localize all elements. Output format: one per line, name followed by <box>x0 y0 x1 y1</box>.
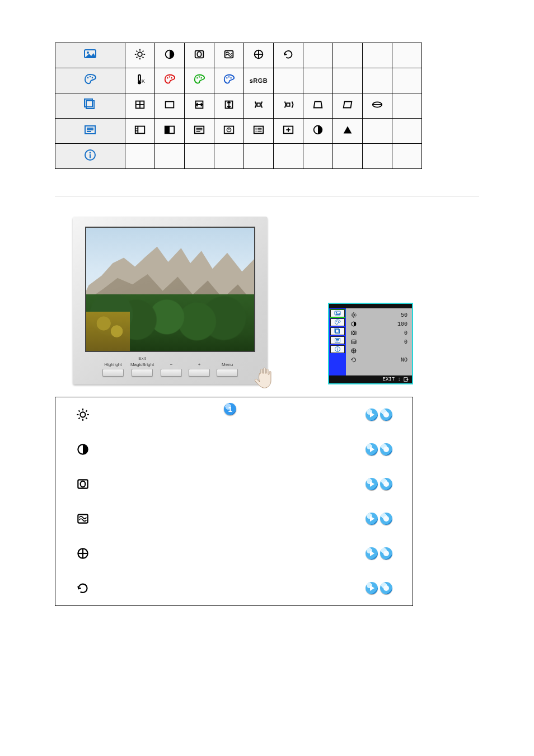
record-button[interactable] <box>380 408 392 421</box>
language-icon <box>125 119 155 144</box>
divider <box>55 196 479 196</box>
palette-red-icon <box>155 68 185 93</box>
osd-exit-label: EXIT : <box>383 377 401 382</box>
exit-magicbright-button[interactable]: Exit MagicBright <box>130 356 154 377</box>
triangle-icon <box>333 119 363 144</box>
osd-list-icon <box>185 119 214 144</box>
color-temp-icon <box>125 68 155 93</box>
v-position-icon <box>214 93 244 119</box>
monitor-button-row: Highlight Exit MagicBright − + <box>73 356 268 377</box>
record-button[interactable] <box>380 547 392 560</box>
play-button[interactable] <box>366 547 378 560</box>
h-center-icon <box>185 93 214 119</box>
play-button[interactable] <box>366 408 378 421</box>
play-button[interactable] <box>366 582 378 594</box>
record-button[interactable] <box>380 478 392 490</box>
minus-button[interactable]: − <box>161 356 182 377</box>
info-icon <box>330 345 345 353</box>
recall-icon <box>76 581 90 595</box>
picture-main-icon <box>330 309 345 317</box>
h-position-icon <box>125 93 155 119</box>
osd-main-icon <box>330 336 345 344</box>
menu-button[interactable]: Menu <box>217 356 238 377</box>
osd-value: 0 <box>404 330 407 336</box>
crosshair-icon <box>244 43 274 68</box>
osd-category-table: sRGB <box>55 43 422 169</box>
degauss-icon <box>185 43 214 68</box>
geometry-main-icon <box>55 93 125 119</box>
moire-icon <box>214 43 244 68</box>
brightness-sun-icon <box>76 407 90 422</box>
play-button[interactable] <box>366 478 378 490</box>
pinbalance-icon <box>274 93 303 119</box>
play-button[interactable] <box>366 513 378 525</box>
brightness-sun-icon <box>125 43 155 68</box>
osd-preview: 50 100 0 0 NO EXIT : <box>328 303 413 384</box>
parallelogram-icon <box>333 93 363 119</box>
osd-menu-icon <box>244 119 274 144</box>
h-size-icon <box>155 93 185 119</box>
play-button[interactable] <box>366 443 378 456</box>
exit-icon <box>403 377 410 382</box>
hand-pointer-icon <box>247 365 278 391</box>
contrast-halfmoon-icon <box>155 43 185 68</box>
rotation-icon <box>363 93 392 119</box>
osd-value: 50 <box>401 312 407 318</box>
palette-green-icon <box>185 68 214 93</box>
geometry-main-icon <box>330 327 345 335</box>
record-button[interactable] <box>380 582 392 594</box>
srgb-label: sRGB <box>244 68 274 93</box>
palette-blue-icon <box>214 68 244 93</box>
osd-timer-icon <box>214 119 244 144</box>
trapezoid-icon <box>303 93 333 119</box>
record-button[interactable] <box>380 513 392 525</box>
osd-value: 100 <box>397 321 407 327</box>
contrast-halfmoon-icon <box>303 119 333 144</box>
recall-icon <box>274 43 303 68</box>
highlight-button[interactable]: Highlight <box>102 356 124 377</box>
color-palette-icon <box>55 68 125 93</box>
osd-main-icon <box>55 119 125 144</box>
osd-halftone-icon <box>155 119 185 144</box>
color-palette-icon <box>330 318 345 326</box>
info-icon <box>55 144 125 169</box>
picture-items-table <box>55 397 413 606</box>
callout-marker-1: 1 <box>224 403 236 415</box>
record-button[interactable] <box>380 443 392 456</box>
monitor-screen <box>85 227 255 352</box>
plus-button[interactable]: + <box>189 356 210 377</box>
crosshair-icon <box>76 546 90 561</box>
picture-main-icon <box>55 43 125 68</box>
moire-icon <box>76 511 90 526</box>
osd-value: 0 <box>404 339 407 345</box>
osd-position-icon <box>274 119 303 144</box>
degauss-icon <box>76 477 90 491</box>
osd-value: NO <box>401 357 407 363</box>
monitor-illustration: Highlight Exit MagicBright − + <box>73 217 268 384</box>
pincushion-icon <box>244 93 274 119</box>
contrast-halfmoon-icon <box>76 442 90 457</box>
